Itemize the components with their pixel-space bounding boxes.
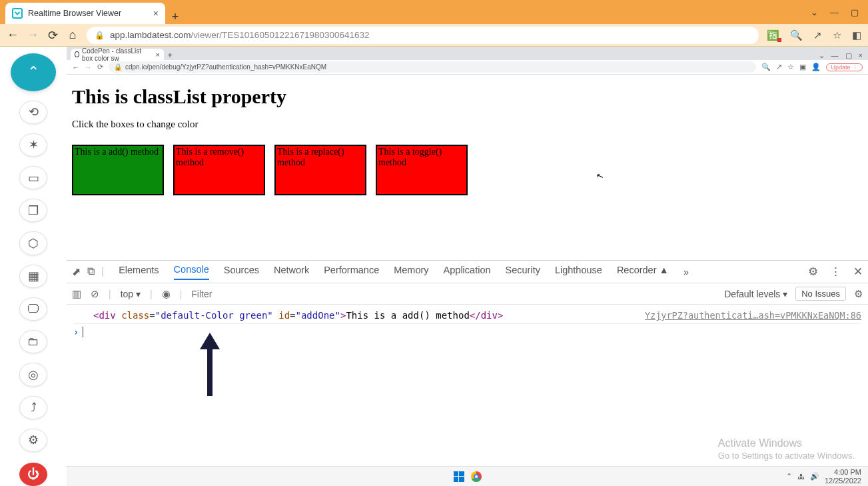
inner-browser-tab[interactable]: CodePen - classList box color sw ×: [71, 49, 164, 60]
inner-minimize-icon[interactable]: —: [831, 51, 839, 60]
bookmark-icon[interactable]: ☆: [833, 29, 841, 41]
cube-icon[interactable]: ⬡: [19, 231, 47, 255]
location-icon[interactable]: ◎: [19, 363, 47, 386]
back-button[interactable]: ←: [7, 28, 19, 42]
minimize-icon[interactable]: —: [830, 7, 839, 17]
inspect-element-icon[interactable]: ⬈: [72, 265, 81, 278]
console-log-source-link[interactable]: YzjyrPZ?authenticati…ash=vPMKKNxEaNQM:86: [645, 310, 861, 321]
tab-console[interactable]: Console: [174, 264, 209, 280]
inner-close-icon[interactable]: ×: [859, 51, 863, 60]
close-tab-icon[interactable]: ×: [153, 8, 159, 19]
remote-viewer: CodePen - classList box color sw × + ⌄ —…: [67, 47, 868, 486]
outer-tab-strip: Realtime Browser Viewer × + ⌄ — ▢: [0, 0, 868, 24]
outer-toolbar-right: 🈯 🔍 ↗ ☆ ◧: [767, 29, 861, 41]
devtools-tabs: ⬈ ⧉ | Elements Console Sources Network P…: [67, 261, 868, 283]
search-icon[interactable]: 🔍: [790, 29, 803, 41]
video-icon[interactable]: ▭: [19, 166, 47, 189]
outer-url-bar[interactable]: 🔒 app.lambdatest.com/viewer/TES101605012…: [87, 27, 759, 44]
context-selector[interactable]: top ▾: [121, 289, 141, 299]
inner-profile-icon[interactable]: 👤: [811, 63, 821, 71]
folder-icon[interactable]: 🗀: [19, 330, 47, 353]
inner-update-button[interactable]: Update ⋮: [826, 63, 863, 71]
issues-button[interactable]: No Issues: [795, 287, 846, 301]
tray-network-icon[interactable]: 🖧: [797, 473, 805, 481]
tab-elements[interactable]: Elements: [119, 265, 159, 279]
inner-zoom-icon[interactable]: 🔍: [761, 63, 771, 71]
new-tab-button[interactable]: +: [165, 10, 185, 24]
settings-icon[interactable]: ⚙: [19, 429, 47, 452]
switch-icon[interactable]: ⟲: [19, 101, 47, 124]
copy-icon[interactable]: ❐: [19, 199, 47, 222]
side-panel-icon[interactable]: ◧: [852, 29, 861, 41]
project-icon[interactable]: ▦: [19, 265, 47, 288]
inner-reload-button[interactable]: ⟳: [97, 63, 103, 71]
tabs-overflow-icon[interactable]: »: [683, 267, 689, 277]
tab-application[interactable]: Application: [444, 265, 491, 279]
tab-memory[interactable]: Memory: [394, 265, 428, 279]
inner-new-tab-button[interactable]: +: [164, 51, 176, 60]
console-prompt[interactable]: ›: [73, 324, 861, 340]
page-body: This is classList property Click the box…: [67, 75, 868, 257]
lambdatest-favicon: [12, 8, 23, 19]
chrome-taskbar-icon[interactable]: [471, 471, 482, 482]
inner-back-button[interactable]: ←: [72, 63, 79, 71]
chevron-down-icon[interactable]: ⌄: [811, 7, 818, 17]
box-remove[interactable]: This is a remove() method: [173, 145, 265, 195]
inner-forward-button[interactable]: →: [85, 63, 92, 71]
upload-icon[interactable]: ⤴: [19, 396, 47, 419]
lock-icon: 🔒: [95, 31, 105, 40]
devtools-close-icon[interactable]: ✕: [853, 265, 863, 279]
live-expression-icon[interactable]: ◉: [162, 288, 171, 300]
bug-icon[interactable]: ✶: [19, 133, 47, 157]
inner-url-text: cdpn.io/pen/debug/YzjyrPZ?authentication…: [125, 63, 326, 71]
url-domain: app.lambdatest.com: [110, 30, 191, 40]
inner-share-icon[interactable]: ↗: [776, 63, 782, 71]
forward-button[interactable]: →: [27, 28, 39, 42]
console-clear-icon[interactable]: ⊘: [91, 288, 99, 300]
collapse-rail-button[interactable]: ⌃: [11, 53, 56, 91]
page-subtext: Click the boxes to change color: [72, 119, 863, 130]
inner-extension-icon[interactable]: ▣: [799, 63, 806, 71]
monitor-icon[interactable]: 🖵: [19, 297, 47, 321]
inner-window-controls: ⌄ — ▢ ×: [819, 51, 868, 60]
box-row: This is a add() method This is a remove(…: [72, 145, 863, 195]
tray-volume-icon[interactable]: 🔊: [810, 472, 819, 481]
translate-icon[interactable]: 🈯: [767, 29, 779, 41]
inner-toolbar-right: 🔍 ↗ ☆ ▣ 👤 Update ⋮: [761, 63, 863, 71]
console-sidebar-toggle-icon[interactable]: ▥: [72, 288, 81, 300]
taskbar-clock[interactable]: 4:00 PM 12/25/2022: [825, 468, 861, 484]
tray-chevron-icon[interactable]: ⌃: [786, 472, 792, 481]
log-levels-selector[interactable]: Default levels ▾: [724, 289, 787, 299]
page-title: This is classList property: [72, 85, 863, 108]
tab-recorder[interactable]: Recorder ▲: [617, 265, 669, 279]
console-filter-input[interactable]: [191, 289, 715, 299]
tab-sources[interactable]: Sources: [224, 265, 259, 279]
devtools-menu-icon[interactable]: ⋮: [830, 265, 841, 279]
svg-marker-1: [200, 333, 220, 349]
tab-lighthouse[interactable]: Lighthouse: [555, 265, 602, 279]
start-button[interactable]: [454, 471, 464, 482]
activate-windows-watermark: Activate Windows Go to Settings to activ…: [718, 437, 855, 462]
inner-bookmark-icon[interactable]: ☆: [787, 63, 794, 71]
tab-security[interactable]: Security: [506, 265, 540, 279]
box-toggle[interactable]: This is a toggle() method: [376, 145, 468, 195]
inner-chevron-down-icon[interactable]: ⌄: [819, 51, 825, 60]
maximize-icon[interactable]: ▢: [851, 7, 859, 17]
outer-browser-tab[interactable]: Realtime Browser Viewer ×: [5, 3, 165, 24]
device-toggle-icon[interactable]: ⧉: [87, 265, 95, 278]
home-button[interactable]: ⌂: [67, 28, 79, 42]
tab-performance[interactable]: Performance: [324, 265, 379, 279]
inner-maximize-icon[interactable]: ▢: [845, 51, 852, 60]
inner-url-bar[interactable]: 🔒 cdpn.io/pen/debug/YzjyrPZ?authenticati…: [109, 61, 756, 73]
box-replace[interactable]: This is a replace() method: [274, 145, 366, 195]
inner-tab-title: CodePen - classList box color sw: [82, 47, 153, 62]
devtools-settings-icon[interactable]: ⚙: [808, 265, 818, 279]
reload-button[interactable]: ⟳: [47, 28, 59, 43]
stop-session-button[interactable]: ⏻: [19, 463, 47, 486]
inner-close-tab-icon[interactable]: ×: [156, 51, 160, 59]
outer-tab-title: Realtime Browser Viewer: [28, 9, 121, 18]
box-add[interactable]: This is a add() method: [72, 145, 164, 195]
console-settings-icon[interactable]: ⚙: [854, 288, 863, 300]
tab-network[interactable]: Network: [274, 265, 309, 279]
share-icon[interactable]: ↗: [813, 29, 822, 41]
